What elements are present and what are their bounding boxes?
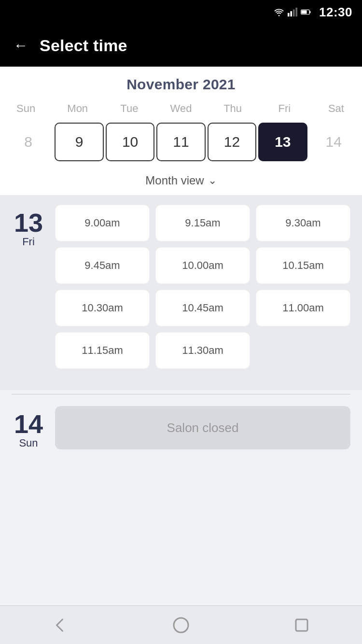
status-icons xyxy=(274,7,311,17)
svg-rect-8 xyxy=(296,619,307,631)
day-name-13: Fri xyxy=(22,236,35,248)
day-block-14: 14 Sun Salon closed xyxy=(0,406,362,461)
day-13[interactable]: 13 xyxy=(258,123,307,161)
svg-rect-0 xyxy=(288,13,290,16)
day-name-14: Sun xyxy=(19,437,38,449)
app-header: ← Select time xyxy=(0,24,362,67)
month-year-label: November 2021 xyxy=(0,76,362,93)
days-row: 8 9 10 11 12 13 14 xyxy=(0,121,362,169)
page-title: Select time xyxy=(40,36,127,55)
slot-1115am[interactable]: 11.15am xyxy=(55,332,150,369)
weekday-wed: Wed xyxy=(155,100,207,117)
status-bar: 12:30 xyxy=(0,0,362,24)
slot-1015am[interactable]: 10.15am xyxy=(256,247,350,284)
status-time: 12:30 xyxy=(319,5,352,20)
slot-1100am[interactable]: 11.00am xyxy=(256,290,350,326)
day-label-14: 14 Sun xyxy=(12,406,45,449)
slot-900am[interactable]: 9.00am xyxy=(55,205,150,241)
calendar-section: November 2021 Sun Mon Tue Wed Thu Fri Sa… xyxy=(0,67,362,195)
bottom-navigation xyxy=(0,605,362,644)
svg-rect-5 xyxy=(309,11,310,14)
wifi-icon xyxy=(274,7,284,17)
nav-recent-button[interactable] xyxy=(293,616,310,634)
slot-945am[interactable]: 9.45am xyxy=(55,247,150,284)
slot-1045am[interactable]: 10.45am xyxy=(155,290,250,326)
recent-square-icon xyxy=(293,616,310,634)
back-button[interactable]: ← xyxy=(14,38,28,53)
slot-1130am[interactable]: 11.30am xyxy=(155,332,250,369)
day-11[interactable]: 11 xyxy=(156,123,205,161)
chevron-down-icon: ⌄ xyxy=(208,174,217,187)
weekday-thu: Thu xyxy=(207,100,259,117)
weekday-fri: Fri xyxy=(259,100,310,117)
weekday-tue: Tue xyxy=(103,100,155,117)
signal-icon xyxy=(287,7,298,17)
svg-rect-2 xyxy=(293,10,295,17)
battery-icon xyxy=(301,7,311,17)
day-9[interactable]: 9 xyxy=(55,123,103,161)
slot-930am[interactable]: 9.30am xyxy=(256,205,350,241)
salon-closed-text: Salon closed xyxy=(167,420,239,435)
slot-915am[interactable]: 9.15am xyxy=(155,205,250,241)
salon-closed-banner: Salon closed xyxy=(55,406,350,449)
day-14[interactable]: 14 xyxy=(309,123,358,161)
svg-rect-1 xyxy=(290,11,292,16)
month-view-toggle[interactable]: Month view ⌄ xyxy=(0,169,362,195)
day-label-13: 13 Fri xyxy=(12,205,45,369)
slot-1030am[interactable]: 10.30am xyxy=(55,290,150,326)
nav-back-button[interactable] xyxy=(52,616,69,634)
time-grid-13: 9.00am 9.15am 9.30am 9.45am 10.00am 10.1… xyxy=(55,205,350,369)
nav-home-button[interactable] xyxy=(172,616,190,634)
section-divider xyxy=(12,394,350,394)
weekday-sun: Sun xyxy=(0,100,52,117)
weekday-headers: Sun Mon Tue Wed Thu Fri Sat xyxy=(0,100,362,117)
day-10[interactable]: 10 xyxy=(106,123,154,161)
weekday-mon: Mon xyxy=(52,100,103,117)
day-12[interactable]: 12 xyxy=(208,123,256,161)
svg-rect-3 xyxy=(295,8,297,16)
day-number-13: 13 xyxy=(14,210,43,236)
svg-point-7 xyxy=(174,618,188,632)
back-triangle-icon xyxy=(52,616,69,634)
day-8[interactable]: 8 xyxy=(4,123,53,161)
weekday-sat: Sat xyxy=(310,100,362,117)
slot-1000am[interactable]: 10.00am xyxy=(155,247,250,284)
day-number-14: 14 xyxy=(14,411,43,437)
time-slots-section: 13 Fri 9.00am 9.15am 9.30am 9.45am 10.00… xyxy=(0,195,362,390)
svg-rect-6 xyxy=(302,10,307,14)
month-view-label: Month view xyxy=(145,174,204,187)
home-circle-icon xyxy=(172,616,190,634)
day-block-13: 13 Fri 9.00am 9.15am 9.30am 9.45am 10.00… xyxy=(12,205,350,369)
